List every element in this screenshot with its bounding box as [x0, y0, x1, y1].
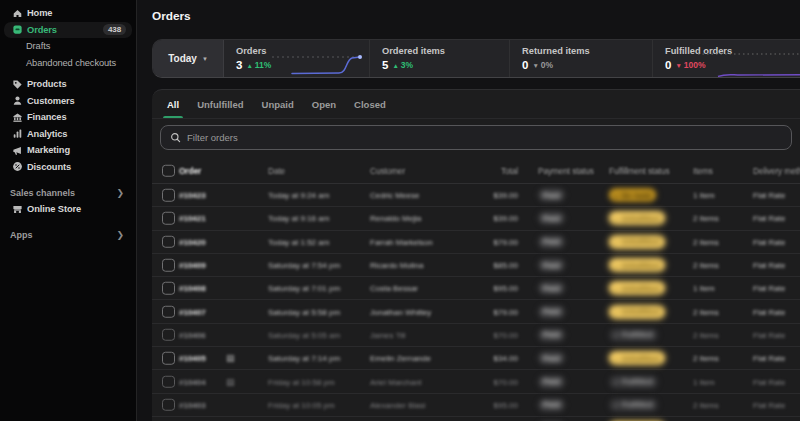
- order-total: $79.00: [478, 237, 518, 246]
- order-number[interactable]: #10423: [179, 191, 206, 200]
- delivery-method: Flat Rate: [753, 307, 785, 316]
- row-checkbox[interactable]: [162, 305, 175, 318]
- analytics-icon: [12, 128, 23, 139]
- order-number[interactable]: #10406: [179, 330, 206, 339]
- marketing-icon: [12, 145, 23, 156]
- sidebar-item-online-store[interactable]: Online Store: [4, 201, 132, 218]
- tab-all[interactable]: All: [158, 90, 188, 118]
- metrics-strip: Orders 3 ▲11% Ordered items 5 ▲3%Returne…: [224, 40, 800, 77]
- column-header-total[interactable]: Total: [478, 166, 518, 176]
- sidebar-item-products[interactable]: Products: [4, 76, 132, 93]
- fulfillment-status-badge: ●On hold: [609, 189, 656, 202]
- row-checkbox[interactable]: [162, 399, 175, 412]
- tabs-bar: AllUnfulfilledUnpaidOpenClosed: [152, 90, 800, 119]
- order-number[interactable]: #10421: [179, 214, 206, 223]
- delivery-method: Flat Rate: [753, 261, 785, 270]
- table-row[interactable]: #10403Friday at 10:05 pm Alexander Blasi…: [152, 394, 800, 417]
- row-checkbox[interactable]: [162, 282, 175, 295]
- sidebar-item-orders[interactable]: Orders438: [4, 22, 132, 39]
- sidebar-item-customers[interactable]: Customers: [4, 93, 132, 110]
- sidebar-item-discounts[interactable]: Discounts: [4, 159, 132, 176]
- column-header-customer[interactable]: Customer: [370, 166, 405, 176]
- note-icon: ▤: [226, 377, 235, 387]
- order-number[interactable]: #10403: [179, 400, 206, 409]
- order-items-count: 2 items: [693, 330, 719, 339]
- payment-status-badge: Paid: [538, 212, 565, 225]
- tab-unfulfilled[interactable]: Unfulfilled: [188, 90, 252, 118]
- payment-status-badge: Paid: [538, 352, 565, 365]
- table-row[interactable]: #10405▤Saturday at 7:14 pm Emelin Zernan…: [152, 347, 800, 370]
- sidebar-subitem-label: Abandoned checkouts: [26, 58, 116, 68]
- table-row[interactable]: #10408Saturday at 7:01 pm Costa Bessar $…: [152, 277, 800, 300]
- column-header-order[interactable]: Order: [179, 166, 201, 176]
- table-row[interactable]: #10420Today at 1:52 am Farrah Markelson …: [152, 231, 800, 254]
- filter-row: Filter orders: [152, 119, 800, 158]
- table-row[interactable]: #10406Saturday at 5:05 am James Till $70…: [152, 324, 800, 347]
- sidebar-section-apps[interactable]: Apps❯: [0, 227, 136, 243]
- table-row[interactable]: #10421Today at 9:16 am Renaldo Mejia $39…: [152, 207, 800, 230]
- row-checkbox[interactable]: [162, 259, 175, 272]
- payment-status-badge: Paid: [538, 189, 565, 202]
- order-customer: Costa Bessar: [370, 284, 418, 293]
- fulfillment-status-badge: ✓Fulfilled: [609, 375, 658, 388]
- select-all-checkbox[interactable]: [162, 164, 175, 177]
- sidebar-section-sales-channels[interactable]: Sales channels❯: [0, 185, 136, 201]
- sidebar-item-marketing[interactable]: Marketing: [4, 142, 132, 159]
- tab-closed[interactable]: Closed: [345, 90, 395, 118]
- column-header-payment-status[interactable]: Payment status: [538, 166, 594, 176]
- metric-value: 3: [236, 59, 242, 71]
- table-row[interactable]: #10423Today at 9:24 am Cedric Meese $39.…: [152, 184, 800, 207]
- table-row[interactable]: #10409Saturday at 7:54 pm Ricardo Molina…: [152, 254, 800, 277]
- sidebar-item-home[interactable]: Home: [4, 5, 132, 22]
- order-total: $95.00: [478, 400, 518, 409]
- order-items-count: 2 items: [693, 354, 719, 363]
- row-checkbox[interactable]: [162, 189, 175, 202]
- order-number[interactable]: #10404: [179, 377, 206, 386]
- fulfillment-status-badge: ✓Fulfilled: [609, 328, 658, 341]
- order-date: Saturday at 5:05 am: [268, 330, 340, 339]
- metric-label: Ordered items: [382, 46, 509, 56]
- row-checkbox[interactable]: [162, 329, 175, 342]
- order-date: Saturday at 7:01 pm: [268, 284, 340, 293]
- metric-returned-items: Returned items 0 ▼0%: [509, 40, 652, 77]
- order-number[interactable]: #10408: [179, 284, 206, 293]
- table-row[interactable]: #10402Friday at 9:58 pm Desmond Reyes $8…: [152, 417, 800, 421]
- order-total: $95.00: [478, 284, 518, 293]
- column-header-delivery-method[interactable]: Delivery method: [753, 166, 800, 176]
- row-checkbox[interactable]: [162, 352, 175, 365]
- table-row[interactable]: #10404▤Friday at 10:58 pm Ariel Marchant…: [152, 370, 800, 393]
- sidebar-subitem-drafts[interactable]: Drafts: [4, 38, 132, 55]
- sidebar-item-finances[interactable]: Finances: [4, 109, 132, 126]
- table-row[interactable]: #10407Saturday at 5:58 pm Jonathan Whitl…: [152, 300, 800, 323]
- sidebar-subitem-abandoned-checkouts[interactable]: Abandoned checkouts: [4, 55, 132, 72]
- order-items-count: 2 items: [693, 307, 719, 316]
- delivery-method: Flat Rate: [753, 284, 785, 293]
- column-header-date[interactable]: Date: [268, 166, 285, 176]
- order-number[interactable]: #10405: [179, 354, 206, 363]
- tab-open[interactable]: Open: [303, 90, 345, 118]
- note-icon: ▤: [226, 353, 235, 363]
- order-customer: James Till: [370, 330, 406, 339]
- delta-arrow-icon: ▼: [675, 62, 681, 69]
- order-items-count: 1 item: [693, 284, 715, 293]
- filter-orders-input[interactable]: Filter orders: [160, 125, 792, 150]
- order-number[interactable]: #10407: [179, 307, 206, 316]
- sidebar-item-analytics[interactable]: Analytics: [4, 126, 132, 143]
- metric-ordered-items: Ordered items 5 ▲3%: [369, 40, 509, 77]
- column-header-fulfillment-status[interactable]: Fulfillment status: [609, 166, 669, 176]
- order-total: $79.00: [478, 307, 518, 316]
- order-number[interactable]: #10409: [179, 261, 206, 270]
- row-checkbox[interactable]: [162, 212, 175, 225]
- tab-unpaid[interactable]: Unpaid: [253, 90, 303, 118]
- column-header-items[interactable]: Items: [693, 166, 713, 176]
- order-customer: Cedric Meese: [370, 191, 419, 200]
- order-number[interactable]: #10420: [179, 237, 206, 246]
- order-date: Friday at 10:05 pm: [268, 400, 335, 409]
- fulfillment-status-badge: ✓Fulfilled: [609, 398, 658, 411]
- row-checkbox[interactable]: [162, 235, 175, 248]
- tab-label: Unfulfilled: [197, 99, 243, 110]
- fulfillment-status-badge: ●Unfulfilled: [609, 235, 665, 248]
- row-checkbox[interactable]: [162, 375, 175, 388]
- date-range-selector[interactable]: Today ▼: [153, 40, 224, 77]
- orders-icon: [12, 24, 23, 35]
